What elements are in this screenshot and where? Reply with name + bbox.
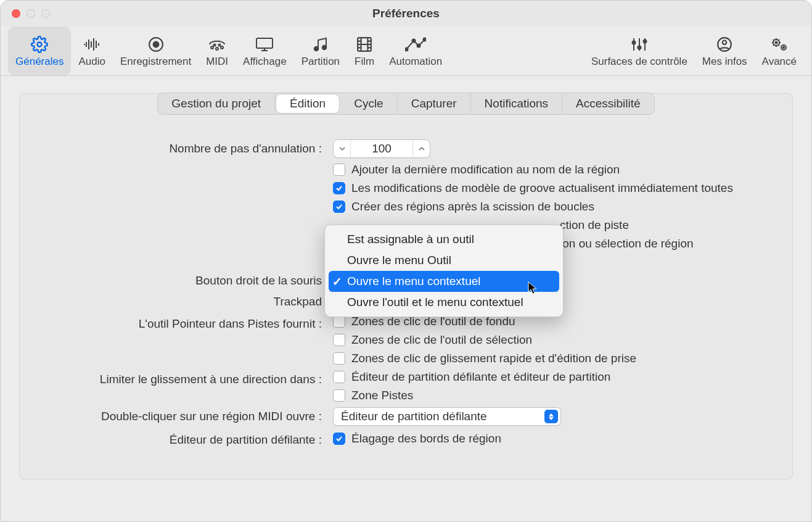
toolbar-audio[interactable]: Audio [71, 27, 112, 75]
toolbar-affichage[interactable]: Affichage [236, 27, 294, 75]
toolbar-label: Audio [78, 56, 105, 68]
svg-point-2 [153, 41, 158, 47]
checkbox[interactable] [333, 201, 345, 213]
toolbar-label: Film [355, 56, 374, 68]
checkbox-label: Zones de clic de glissement rapide et d'… [351, 352, 636, 365]
svg-point-3 [211, 46, 213, 49]
checkbox[interactable] [333, 352, 345, 365]
double-click-label: Double-cliquer sur une région MIDI ouvre… [38, 407, 322, 423]
svg-point-13 [412, 39, 416, 42]
svg-point-17 [638, 46, 641, 49]
toolbar-label: Partition [301, 56, 340, 68]
menu-item-selected[interactable]: ✓ Ouvre le menu contextuel [329, 271, 559, 292]
chevron-up-icon[interactable] [412, 140, 430, 157]
checkbox[interactable] [333, 182, 345, 194]
film-icon [356, 36, 372, 53]
menu-item[interactable]: Ouvre le menu Outil [325, 250, 563, 271]
right-mouse-label: Bouton droit de la souris [38, 255, 322, 288]
toolbar-label: Enregistrement [120, 56, 191, 68]
svg-point-20 [723, 40, 727, 44]
toolbar-label: Mes infos [702, 56, 747, 68]
tab-bar: Gestion du projet Édition Cycle Capturer… [38, 93, 774, 115]
svg-point-24 [783, 46, 784, 48]
checkbox-label: Élagage des bords de région [351, 432, 501, 445]
tab-gestion[interactable]: Gestion du projet [158, 93, 275, 114]
checkbox[interactable] [333, 371, 345, 383]
toolbar-label: MIDI [206, 56, 228, 68]
sliders-icon [630, 36, 649, 53]
preferences-panel: Gestion du projet Édition Cycle Capturer… [19, 93, 793, 479]
tab-notifications[interactable]: Notifications [471, 93, 563, 114]
undo-label: Nombre de pas d'annulation : [38, 139, 322, 155]
automation-icon [405, 36, 426, 53]
titlebar: Préférences [1, 1, 811, 27]
menu-item[interactable]: Est assignable à un outil [325, 229, 563, 250]
display-icon [255, 36, 274, 53]
preferences-window: Préférences Générales Audio Enregistreme… [0, 0, 812, 522]
window-title: Préférences [1, 7, 811, 20]
svg-point-0 [38, 42, 42, 46]
tab-accessibilite[interactable]: Accessibilité [562, 93, 654, 114]
pointer-tool-label: L'outil Pointeur dans Pistes fournit : [38, 315, 322, 331]
toolbar-partition[interactable]: Partition [294, 27, 347, 75]
waveform-icon [83, 36, 101, 53]
checkbox-label: Les modifications de modèle de groove ac… [351, 181, 733, 195]
cursor-icon [527, 281, 539, 298]
undo-value[interactable]: 100 [351, 140, 412, 157]
checkbox-label: Ajouter la dernière modification au nom … [351, 163, 620, 176]
checkbox[interactable] [333, 334, 345, 346]
content: Gestion du projet Édition Cycle Capturer… [1, 76, 811, 498]
toolbar-surfaces[interactable]: Surfaces de contrôle [584, 27, 695, 75]
toolbar-avance[interactable]: Avancé [755, 27, 804, 75]
checkbox-label: Zones de clic de l'outil de sélection [351, 333, 532, 347]
gear-icon [31, 36, 48, 53]
trackpad-label: Trackpad [38, 292, 322, 309]
double-click-popup[interactable]: Éditeur de partition défilante [333, 407, 561, 426]
checkmark-icon: ✓ [332, 275, 342, 289]
chevron-down-icon[interactable] [334, 140, 351, 157]
toolbar-mesinfos[interactable]: Mes infos [695, 27, 755, 75]
svg-point-4 [216, 48, 218, 50]
popup-value: Éditeur de partition défilante [341, 410, 544, 423]
checkbox-label: Zone Pistes [351, 389, 413, 402]
right-mouse-menu: Est assignable à un outil Ouvre le menu … [324, 225, 564, 317]
toolbar-label: Surfaces de contrôle [591, 56, 687, 68]
svg-point-5 [221, 46, 223, 49]
svg-point-18 [643, 39, 646, 43]
svg-point-6 [214, 44, 216, 46]
svg-point-12 [405, 48, 408, 51]
partial-text: ction de piste [560, 218, 629, 232]
checkbox-label: Créer des régions après la scission de b… [351, 200, 594, 213]
toolbar-film[interactable]: Film [347, 27, 382, 75]
checkbox[interactable] [333, 315, 345, 328]
checkbox[interactable] [333, 389, 345, 402]
svg-point-16 [632, 41, 635, 44]
limit-drag-label: Limiter le glissement à une direction da… [38, 370, 322, 386]
toolbar-generales[interactable]: Générales [8, 27, 71, 75]
tab-cycle[interactable]: Cycle [340, 93, 398, 114]
checkbox[interactable] [333, 164, 345, 176]
checkbox[interactable] [333, 433, 345, 445]
undo-stepper[interactable]: 100 [333, 139, 430, 158]
music-notes-icon [312, 36, 329, 53]
tab-capturer[interactable]: Capturer [398, 93, 471, 114]
tab-edition[interactable]: Édition [276, 94, 339, 113]
svg-rect-8 [256, 38, 273, 48]
svg-point-14 [417, 44, 420, 47]
toolbar-automation[interactable]: Automation [382, 27, 449, 75]
record-icon [148, 36, 164, 53]
midi-icon [208, 36, 226, 53]
toolbar-enregistrement[interactable]: Enregistrement [113, 27, 199, 75]
partial-text: ion ou sélection de région [560, 237, 694, 251]
gears-icon [770, 36, 789, 53]
toolbar-label: Générales [15, 56, 64, 68]
toolbar-label: Automation [389, 56, 442, 68]
toolbar-midi[interactable]: MIDI [199, 27, 236, 75]
piano-roll-label: Éditeur de partition défilante : [38, 431, 322, 447]
toolbar: Générales Audio Enregistrement MIDI [1, 27, 811, 76]
svg-point-22 [775, 41, 777, 43]
user-icon [716, 36, 732, 53]
svg-point-15 [424, 38, 427, 41]
checkbox-label: Éditeur de partition défilante et éditeu… [351, 370, 610, 384]
toolbar-label: Avancé [762, 56, 797, 68]
